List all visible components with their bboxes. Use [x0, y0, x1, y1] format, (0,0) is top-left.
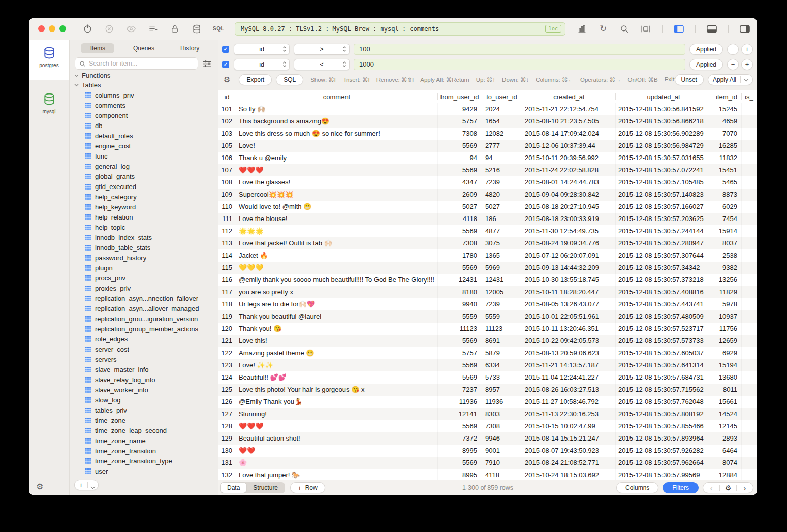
filter-column-select[interactable]: id: [234, 59, 290, 70]
cell-comment[interactable]: Love this photo! Your hair is gorgeous 😘…: [235, 384, 438, 396]
cell-is[interactable]: [742, 323, 757, 335]
cell-from_user_id[interactable]: 7237: [438, 384, 481, 396]
cell-updated_at[interactable]: 2015-12-08 15:30:57.443741: [616, 298, 711, 310]
refresh-icon[interactable]: ↻: [598, 24, 608, 34]
cell-is[interactable]: [742, 457, 757, 469]
cell-comment[interactable]: Jacket 🔥: [235, 249, 438, 262]
cell-is[interactable]: [742, 213, 757, 225]
cell-created_at[interactable]: 2015-07-12 06:20:07.091: [522, 249, 616, 262]
column-header-comment[interactable]: comment: [235, 90, 438, 103]
cell-comment[interactable]: Love!: [235, 140, 438, 152]
cell-to_user_id[interactable]: 1365: [481, 249, 522, 262]
cell-is[interactable]: [742, 408, 757, 420]
cell-created_at[interactable]: 2015-08-14 15:15:21.247: [522, 432, 616, 445]
sidebar-table-item[interactable]: replication_grou...iguration_version: [70, 314, 218, 324]
cell-comment[interactable]: This background is amazing😍: [235, 115, 438, 128]
toggle-right-panel-icon[interactable]: [740, 24, 750, 34]
cell-is[interactable]: [742, 262, 757, 274]
cell-updated_at[interactable]: 2015-12-08 15:30:57.641314: [616, 359, 711, 371]
cell-updated_at[interactable]: 2015-12-08 15:30:57.962664: [616, 457, 711, 469]
database-icon[interactable]: [192, 24, 202, 34]
filters-button[interactable]: Filters: [663, 482, 699, 493]
sidebar-table-item[interactable]: user: [70, 466, 218, 476]
cell-created_at[interactable]: 2015-08-26 16:03:27.513: [522, 384, 616, 396]
column-header-to_user_id[interactable]: to_user_id: [481, 90, 522, 103]
cell-item_id[interactable]: 7454: [711, 213, 742, 225]
sidebar-table-item[interactable]: func: [70, 151, 218, 161]
sidebar-table-item[interactable]: time_zone_transition_type: [70, 456, 218, 466]
cell-comment[interactable]: ❤️❤️❤️: [235, 164, 438, 176]
cell-id[interactable]: 105: [218, 140, 235, 152]
cell-is[interactable]: [742, 384, 757, 396]
cell-to_user_id[interactable]: 8303: [481, 408, 522, 420]
cell-comment[interactable]: 🌟🌟🌟: [235, 225, 438, 237]
cell-comment[interactable]: So fly 🙌🏼: [235, 103, 438, 115]
column-header-from_user_id[interactable]: from_user_id: [438, 90, 481, 103]
sidebar-table-item[interactable]: general_log: [70, 161, 218, 171]
close-window-button[interactable]: [38, 25, 45, 32]
cell-is[interactable]: [742, 359, 757, 371]
table-row[interactable]: 124Beautiful!! 💕💕556957332015-11-04 12:2…: [218, 371, 757, 384]
tree-group-functions[interactable]: Functions: [70, 71, 218, 80]
sidebar-table-item[interactable]: help_category: [70, 192, 218, 202]
sidebar-table-item[interactable]: slave_relay_log_info: [70, 374, 218, 385]
cell-to_user_id[interactable]: 6334: [481, 359, 522, 371]
cell-to_user_id[interactable]: 7910: [481, 457, 522, 469]
cell-updated_at[interactable]: 2015-12-08 15:30:57.480509: [616, 310, 711, 323]
cell-item_id[interactable]: 11756: [711, 323, 742, 335]
table-row[interactable]: 126@Emily Thank you💃11936119362015-11-27…: [218, 396, 757, 408]
cell-created_at[interactable]: 2015-11-21 14:13:57.187: [522, 359, 616, 371]
cell-is[interactable]: [742, 347, 757, 359]
table-row[interactable]: 123Love! ✨✨556963342015-11-21 14:13:57.1…: [218, 359, 757, 371]
cell-updated_at[interactable]: 2015-12-08 15:30:57.031655: [616, 152, 711, 164]
sidebar-table-item[interactable]: replication_asyn...ailover_managed: [70, 303, 218, 314]
cell-created_at[interactable]: 2015-11-21 22:12:54.754: [522, 103, 616, 115]
sidebar-table-item[interactable]: proxies_priv: [70, 283, 218, 293]
sidebar-table-item[interactable]: innodb_table_stats: [70, 242, 218, 253]
cell-id[interactable]: 102: [218, 115, 235, 128]
toggle-bottom-panel-icon[interactable]: [707, 24, 717, 34]
cell-is[interactable]: [742, 140, 757, 152]
cell-created_at[interactable]: 2015-11-04 12:24:41.227: [522, 371, 616, 384]
cell-is[interactable]: [742, 164, 757, 176]
sidebar-table-item[interactable]: component: [70, 110, 218, 120]
cell-id[interactable]: 121: [218, 335, 235, 347]
cell-from_user_id[interactable]: 5757: [438, 347, 481, 359]
cell-from_user_id[interactable]: 7372: [438, 432, 481, 445]
cell-from_user_id[interactable]: 7308: [438, 128, 481, 140]
tab-structure[interactable]: Structure: [246, 483, 285, 493]
cell-comment[interactable]: Love that jumper! 🐎: [235, 469, 438, 480]
cell-from_user_id[interactable]: 5569: [438, 335, 481, 347]
sidebar-table-item[interactable]: tables_priv: [70, 405, 218, 415]
unset-button[interactable]: Unset: [675, 74, 704, 85]
cell-updated_at[interactable]: 2015-12-08 15:30:57.684731: [616, 371, 711, 384]
cell-comment[interactable]: Supercool💥💥💥: [235, 189, 438, 201]
cell-item_id[interactable]: 12145: [711, 420, 742, 432]
cell-comment[interactable]: Would love to! @mith 😬: [235, 201, 438, 213]
connection-mysql[interactable]: mysql: [29, 92, 69, 114]
cell-item_id[interactable]: 15661: [711, 396, 742, 408]
cell-created_at[interactable]: 2015-09-04 09:28:30.842: [522, 189, 616, 201]
column-header-id[interactable]: id: [218, 90, 235, 103]
cell-updated_at[interactable]: 2015-12-08 15:30:57.140823: [616, 189, 711, 201]
cell-to_user_id[interactable]: 4877: [481, 225, 522, 237]
sidebar-table-item[interactable]: global_grants: [70, 171, 218, 181]
cell-comment[interactable]: ❤️❤️❤️: [235, 420, 438, 432]
pending-changes-icon[interactable]: [148, 24, 158, 34]
cell-id[interactable]: 123: [218, 359, 235, 371]
cell-id[interactable]: 106: [218, 152, 235, 164]
cell-comment[interactable]: Beautiful action shot!: [235, 432, 438, 445]
cell-updated_at[interactable]: 2015-12-08 15:30:57.408816: [616, 286, 711, 298]
cell-to_user_id[interactable]: 94: [481, 152, 522, 164]
cell-item_id[interactable]: 6929: [711, 347, 742, 359]
cell-comment[interactable]: Love! ✨✨: [235, 359, 438, 371]
table-row[interactable]: 131🌸556979102015-08-24 21:08:52.7712015-…: [218, 457, 757, 469]
table-row[interactable]: 106Thank u @emily94942015-10-11 20:39:56…: [218, 152, 757, 164]
cell-id[interactable]: 114: [218, 249, 235, 262]
cell-comment[interactable]: ❤️❤️: [235, 445, 438, 457]
table-row[interactable]: 115💛💛💛556959692015-09-13 14:44:32.209201…: [218, 262, 757, 274]
remove-filter-button[interactable]: −: [727, 44, 739, 55]
cell-updated_at[interactable]: 2015-12-08 15:30:57.280947: [616, 237, 711, 249]
cell-updated_at[interactable]: 2015-12-08 15:30:57.573733: [616, 335, 711, 347]
cell-from_user_id[interactable]: 12431: [438, 274, 481, 286]
